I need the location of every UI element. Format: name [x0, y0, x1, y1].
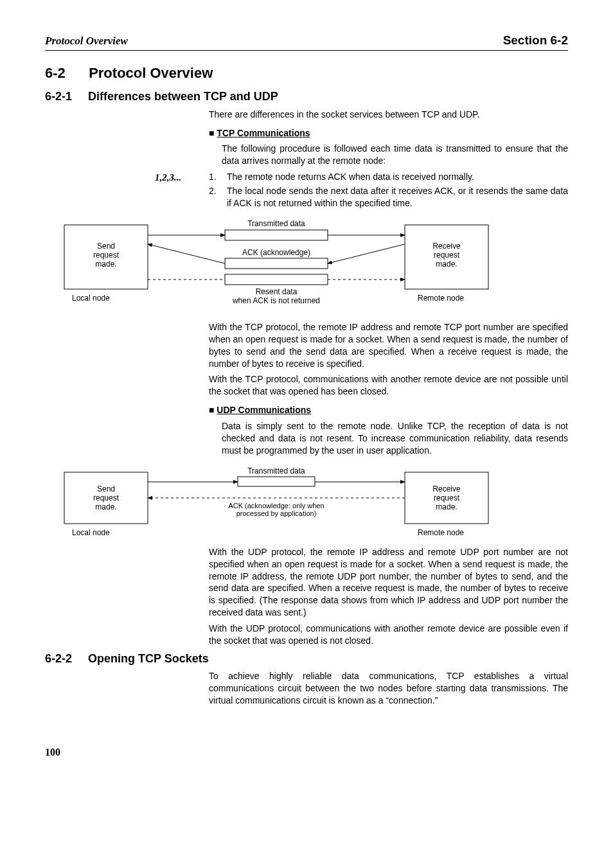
d1-resent1: Resent data	[256, 287, 298, 296]
tcp-para-3: With the TCP protocol, communications wi…	[209, 373, 568, 398]
d2-send3: made.	[95, 502, 116, 511]
d1-send3: made.	[95, 260, 116, 269]
bullet-square-icon: ■	[209, 128, 217, 138]
page-number: 100	[45, 745, 568, 759]
subsection-1-number: 6-2-1	[45, 89, 85, 104]
list-item: 1. The remote node returns ACK when data…	[209, 171, 568, 183]
d2-send2: request	[93, 493, 120, 502]
svg-line-7	[148, 244, 225, 263]
intro-paragraph: There are differences in the socket serv…	[209, 109, 568, 121]
d1-resent2: when ACK is not returned	[232, 296, 320, 305]
list-item: 2. The local node sends the next data af…	[209, 185, 568, 209]
list-marker: 1,2,3...	[155, 171, 181, 184]
udp-para-3: With the UDP protocol, communications wi…	[209, 623, 568, 647]
list-text: The local node sends the next data after…	[227, 185, 568, 209]
d1-send2: request	[93, 251, 120, 260]
tcp-intro-para: The following procedure is followed each…	[222, 143, 568, 167]
d1-recv3: made.	[436, 260, 457, 269]
udp-heading: ■ UDP Communications	[209, 404, 568, 416]
tcp-para-2: With the TCP protocol, the remote IP add…	[209, 321, 568, 370]
subsection-2-title: Opening TCP Sockets	[88, 652, 209, 665]
section-title: Protocol Overview	[89, 65, 213, 81]
section-heading: 6-2 Protocol Overview	[45, 64, 568, 83]
tcp-heading-text: TCP Communications	[217, 128, 310, 138]
d2-recv3: made.	[436, 502, 457, 511]
subsection-1-title: Differences between TCP and UDP	[88, 90, 278, 103]
subsection-1-heading: 6-2-1 Differences between TCP and UDP	[45, 89, 568, 104]
d2-local: Local node	[72, 528, 110, 537]
subsection-2-para: To achieve highly reliable data communic…	[209, 670, 568, 707]
d2-send1: Send	[97, 484, 115, 493]
d1-ack: ACK (acknowledge)	[242, 248, 310, 257]
section-number: 6-2	[45, 64, 85, 83]
d2-trans: Transmitted data	[247, 466, 305, 475]
d1-remote: Remote node	[418, 294, 464, 303]
d1-send1: Send	[97, 242, 115, 251]
d1-local: Local node	[72, 294, 110, 303]
svg-rect-5	[225, 258, 328, 269]
header-left-title: Protocol Overview	[45, 34, 128, 49]
udp-para-1: Data is simply sent to the remote node. …	[222, 420, 568, 457]
svg-rect-13	[238, 477, 315, 486]
udp-diagram: Send request made. Local node Receive re…	[58, 466, 568, 540]
tcp-diagram: Send request made. Local node Receive re…	[58, 218, 568, 315]
svg-rect-2	[225, 230, 328, 240]
d1-recv1: Receive	[432, 242, 461, 251]
d1-recv2: request	[434, 251, 460, 260]
d2-remote: Remote node	[418, 528, 464, 537]
subsection-2-number: 6-2-2	[45, 651, 85, 666]
d1-trans: Transmitted data	[247, 219, 305, 228]
udp-heading-text: UDP Communications	[217, 405, 311, 415]
d2-ack2: processed by application)	[236, 509, 317, 517]
udp-para-2: With the UDP protocol, the remote IP add…	[209, 546, 568, 619]
d2-recv1: Receive	[432, 484, 461, 493]
svg-line-6	[328, 244, 405, 263]
subsection-2-heading: 6-2-2 Opening TCP Sockets	[45, 651, 568, 666]
header-section-label: Section 6-2	[503, 32, 568, 49]
d2-ack1: ACK (acknowledge: only when	[228, 502, 324, 509]
list-number: 2.	[209, 185, 227, 209]
numbered-list: 1,2,3... 1. The remote node returns ACK …	[209, 171, 568, 209]
tcp-heading: ■ TCP Communications	[209, 127, 568, 139]
page-header: Protocol Overview Section 6-2	[45, 32, 568, 51]
list-text: The remote node returns ACK when data is…	[227, 171, 568, 183]
bullet-square-icon: ■	[209, 405, 217, 415]
d2-recv2: request	[434, 493, 460, 502]
list-number: 1.	[209, 171, 227, 183]
svg-rect-9	[225, 274, 328, 285]
